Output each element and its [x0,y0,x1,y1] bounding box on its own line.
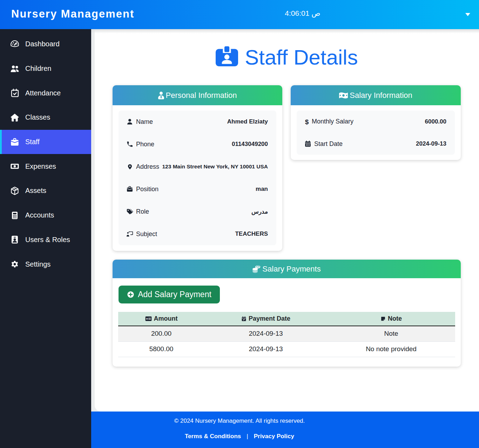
svg-text:$: $ [146,317,147,320]
svg-text:$: $ [305,118,309,125]
